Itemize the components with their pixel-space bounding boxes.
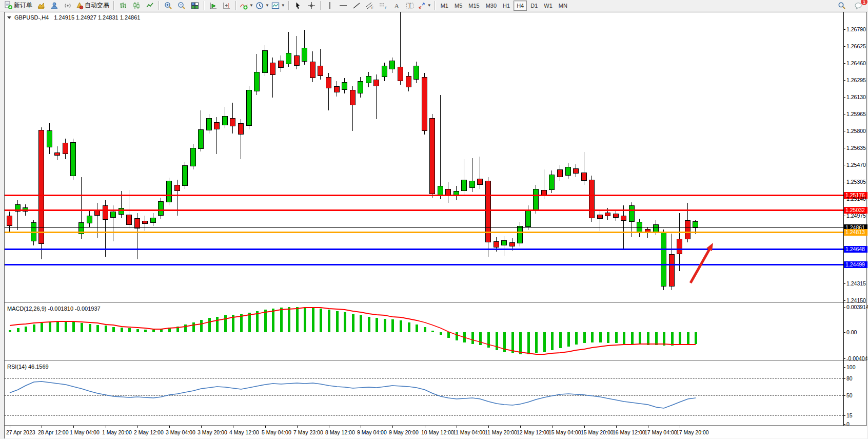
indicators-button[interactable]: ▼ — [239, 1, 254, 11]
arrows-button[interactable]: ▼ — [417, 1, 432, 11]
price-tick: 1.24975 — [846, 213, 866, 219]
toolbar-separator — [235, 1, 236, 10]
time-tick — [457, 426, 457, 428]
timeframe-button-mn[interactable]: MN — [556, 1, 570, 10]
price-badge: 1.24648 — [844, 246, 867, 253]
notifications-button[interactable]: 1 — [852, 1, 865, 11]
timeframe-button-m30[interactable]: M30 — [483, 1, 499, 10]
time-tick — [648, 426, 648, 428]
time-label: 5 May 04:00 — [262, 429, 291, 435]
rsi-tick-dash — [843, 424, 845, 425]
pane-separator[interactable] — [5, 360, 867, 361]
toolbar-separator — [320, 1, 321, 10]
price-axis-line — [843, 12, 844, 426]
pane-separator[interactable] — [5, 302, 867, 303]
chart-title[interactable]: GBPUSD-,H4 1.24915 1.24927 1.24831 1.248… — [7, 14, 140, 21]
horizontal-line-button[interactable] — [337, 1, 350, 11]
time-axis[interactable]: 27 Apr 202328 Apr 12:001 May 04:001 May … — [5, 426, 867, 438]
bar-chart-icon — [119, 2, 127, 10]
time-label: 4 May 12:00 — [229, 429, 259, 435]
price-tick-dash — [843, 283, 845, 284]
macd-pane[interactable] — [5, 303, 843, 360]
price-tick-dash — [843, 148, 845, 148]
svg-text:A: A — [394, 2, 399, 10]
price-tick: 1.26460 — [846, 60, 866, 66]
vertical-line-button[interactable] — [323, 1, 337, 11]
svg-text:F: F — [385, 6, 387, 10]
templates-button[interactable]: ▼ — [270, 1, 286, 11]
chart-window-icon — [37, 2, 45, 10]
price-tick: 1.26625 — [846, 43, 866, 49]
tile-windows-button[interactable] — [188, 1, 202, 11]
chart-dropdown-icon[interactable] — [7, 16, 11, 19]
trend-arrow — [5, 12, 843, 302]
time-label: 7 May 23:00 — [293, 429, 323, 435]
profile-button[interactable] — [48, 1, 61, 11]
time-tick — [106, 426, 106, 428]
text-label-button[interactable]: T — [403, 1, 417, 11]
time-label: 28 Apr 12:00 — [38, 429, 69, 435]
auto-trading-button[interactable]: 自动交易 — [74, 1, 111, 11]
periods-button[interactable]: ▼ — [254, 1, 270, 11]
signals-icon — [64, 2, 72, 10]
timeframe-button-w1[interactable]: W1 — [541, 1, 555, 10]
price-tick-dash — [843, 300, 845, 301]
trendline-button[interactable] — [350, 1, 363, 11]
text-button[interactable]: A — [390, 1, 403, 11]
chevron-down-icon: ▼ — [427, 3, 431, 8]
hline-icon — [339, 2, 347, 10]
cursor-button[interactable] — [291, 1, 305, 11]
price-tick: 1.26130 — [846, 94, 866, 100]
time-label: 3 May 20:00 — [198, 429, 227, 435]
signals-button[interactable] — [61, 1, 74, 11]
time-tick — [73, 426, 74, 428]
zoom-in-icon — [164, 2, 172, 10]
time-tick — [361, 426, 361, 428]
time-tick — [329, 426, 329, 428]
price-tick: 1.26295 — [846, 77, 866, 83]
text-icon: A — [392, 2, 401, 10]
rsi-tick-dash — [843, 395, 845, 396]
price-tick-dash — [843, 199, 845, 199]
chart-shift-button[interactable] — [220, 1, 233, 11]
chart-symbol-period: GBPUSD-,H4 — [14, 14, 49, 21]
line-chart-button[interactable] — [143, 1, 156, 11]
price-tick-dash — [843, 97, 845, 98]
timeframe-button-m5[interactable]: M5 — [452, 1, 465, 10]
timeframe-button-m1[interactable]: M1 — [438, 1, 451, 10]
time-tick — [392, 426, 393, 428]
indicators-icon — [240, 2, 248, 10]
timeframe-button-m15[interactable]: M15 — [466, 1, 482, 10]
time-label: 15 May 04:00 — [548, 429, 581, 435]
rsi-tick: 80 — [846, 375, 853, 381]
time-label: 27 Apr 2023 — [6, 429, 35, 435]
chevron-down-icon: ▼ — [249, 3, 253, 8]
open-chart-button[interactable] — [34, 1, 48, 11]
auto-scroll-icon — [209, 2, 218, 10]
macd-tick: -0.004049 — [846, 355, 868, 361]
timeframe-button-d1[interactable]: D1 — [528, 1, 540, 10]
zoom-out-button[interactable] — [175, 1, 188, 11]
search-icon — [838, 2, 846, 10]
fibonacci-button[interactable]: F — [377, 1, 390, 11]
bar-chart-button[interactable] — [116, 1, 130, 11]
new-order-button-label: 新订单 — [14, 1, 33, 10]
auto-trading-button-label: 自动交易 — [85, 1, 110, 10]
search-button[interactable] — [835, 1, 849, 11]
toolbar-separator — [435, 1, 436, 10]
candle-chart-icon — [132, 2, 141, 10]
tile-windows-icon — [191, 2, 199, 10]
channel-button[interactable]: E — [363, 1, 377, 11]
time-tick — [233, 426, 233, 428]
zoom-in-button[interactable] — [162, 1, 175, 11]
candle-chart-button[interactable] — [130, 1, 143, 11]
timeframe-button-h4[interactable]: H4 — [514, 1, 527, 11]
price-tick-dash — [843, 165, 845, 165]
crosshair-button[interactable] — [305, 1, 318, 11]
timeframe-button-h1[interactable]: H1 — [500, 1, 512, 10]
new-order-button[interactable]: 新订单 — [3, 1, 34, 11]
main-chart-pane[interactable] — [5, 12, 843, 302]
time-label: 9 May 20:00 — [389, 429, 419, 435]
rsi-pane[interactable] — [5, 361, 843, 425]
auto-scroll-button[interactable] — [207, 1, 220, 11]
